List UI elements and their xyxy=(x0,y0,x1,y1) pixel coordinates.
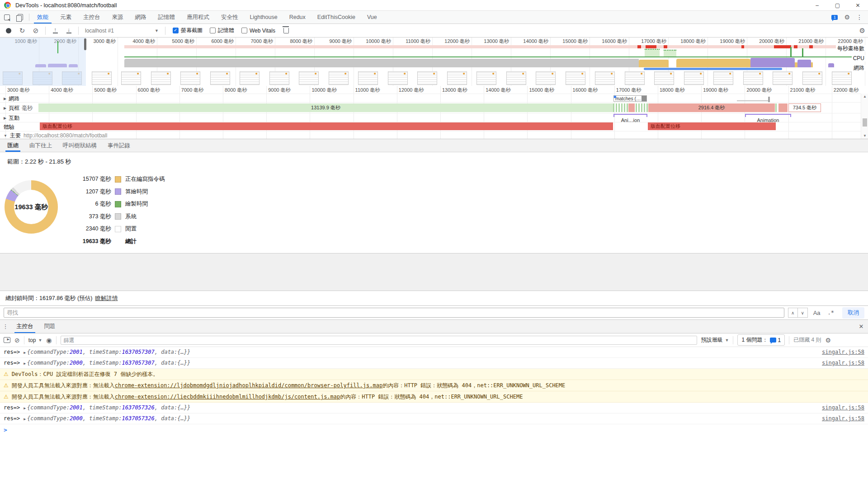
console-sidebar-icon[interactable] xyxy=(4,337,10,343)
screenshot-thumbnail[interactable] xyxy=(447,71,467,85)
console-warning-row[interactable]: ⚠開發人員工具無法載入來源對應：無法載入 chrome-extension://… xyxy=(0,391,868,403)
timeline-overview[interactable]: 1000 毫秒2000 毫秒3000 毫秒4000 毫秒5000 毫秒6000 … xyxy=(0,38,868,86)
console-filter-input[interactable] xyxy=(61,336,697,345)
drawer-tab-主控台[interactable]: 主控台 xyxy=(11,320,39,333)
console-prompt[interactable]: > xyxy=(0,424,868,436)
screenshot-thumbnail[interactable] xyxy=(240,71,259,85)
drawer-tab-問題[interactable]: 問題 xyxy=(39,320,61,333)
checkbox-Web Vitals[interactable]: Web Vitals xyxy=(241,28,275,34)
screenshot-thumbnail[interactable] xyxy=(654,71,674,85)
find-input[interactable] xyxy=(4,308,784,318)
tab-效能[interactable]: 效能 xyxy=(31,11,54,23)
tab-安全性[interactable]: 安全性 xyxy=(215,11,244,23)
screenshot-thumbnail[interactable] xyxy=(358,71,378,85)
track-experience[interactable]: 體驗 xyxy=(4,123,14,131)
expand-arrow-icon[interactable]: ▶ xyxy=(24,361,26,366)
detail-tab-匯總[interactable]: 匯總 xyxy=(2,139,24,152)
screenshot-thumbnail[interactable] xyxy=(299,71,319,85)
source-location-link[interactable]: singalr.js:58 xyxy=(822,404,864,411)
scroll-down-icon[interactable]: ▼ xyxy=(861,134,868,138)
context-selector[interactable]: top▼ xyxy=(28,337,42,343)
find-next-button[interactable]: ∨ xyxy=(798,308,808,318)
tab-Lighthouse[interactable]: Lighthouse xyxy=(244,11,283,23)
console-log-row[interactable]: res=>▶{commandType: 2000, timeStamp: 163… xyxy=(0,358,868,369)
source-map-link[interactable]: chrome-extension://ljdobmomdgdljniojadho… xyxy=(115,382,382,389)
tab-記憶體[interactable]: 記憶體 xyxy=(152,11,181,23)
learn-more-link[interactable]: 瞭解詳情 xyxy=(95,295,118,302)
layout-shift-bar[interactable]: 版面配置位移 xyxy=(648,122,776,130)
layout-shift-bar[interactable]: 版面配置位移 xyxy=(40,122,613,130)
detail-tab-事件記錄[interactable]: 事件記錄 xyxy=(102,139,136,152)
source-location-link[interactable]: singalr.js:58 xyxy=(822,360,864,366)
scrollbar-thumb[interactable] xyxy=(863,118,867,127)
checkbox-螢幕截圖[interactable]: 螢幕截圖 xyxy=(173,27,203,34)
screenshot-thumbnail[interactable] xyxy=(329,71,349,85)
long-frame-bar[interactable]: 2916.4 毫秒 xyxy=(648,103,775,112)
screenshot-thumbnail[interactable] xyxy=(743,71,763,85)
screenshot-thumbnail[interactable] xyxy=(713,71,733,85)
close-button[interactable]: ✕ xyxy=(848,0,868,10)
source-location-link[interactable]: singalr.js:58 xyxy=(822,415,864,422)
source-location-link[interactable]: singalr.js:58 xyxy=(822,349,864,355)
find-previous-button[interactable]: ∧ xyxy=(788,308,798,318)
reload-and-record-button[interactable]: ↻ xyxy=(16,25,28,36)
capture-settings-gear-icon[interactable]: ⚙ xyxy=(859,27,865,35)
save-profile-button[interactable]: ↓ xyxy=(63,25,75,36)
selection-handle[interactable] xyxy=(84,38,86,50)
screenshot-thumbnail[interactable] xyxy=(388,71,408,85)
source-map-link[interactable]: chrome-extension://liecbddmkiiihnedobmlm… xyxy=(115,394,340,400)
live-expression-eye-icon[interactable]: ◉ xyxy=(46,337,52,344)
drawer-menu-icon[interactable]: ⋮ xyxy=(0,320,11,333)
console-warning-row[interactable]: ⚠開發人員工具無法載入來源對應：無法載入 chrome-extension://… xyxy=(0,380,868,391)
track-frames[interactable]: ▶頁框毫秒 xyxy=(4,104,33,112)
tab-EditThisCookie[interactable]: EditThisCookie xyxy=(311,11,361,23)
network-request-bar[interactable] xyxy=(737,98,770,101)
track-main[interactable]: ▼ 主要 http://localhost:8080/match/footbal… xyxy=(4,131,107,139)
target-selector[interactable]: localhost #1 ▼ xyxy=(82,26,161,36)
tab-主控台[interactable]: 主控台 xyxy=(77,11,106,23)
frame-duration-label[interactable]: 734.5 毫秒 xyxy=(788,103,821,112)
interaction-span[interactable] xyxy=(613,114,647,117)
match-case-button[interactable]: Aa xyxy=(811,310,822,316)
tab-來源[interactable]: 來源 xyxy=(106,11,129,23)
checkbox-記憶體[interactable]: 記憶體 xyxy=(210,27,234,34)
cancel-button[interactable]: 取消 xyxy=(842,307,864,319)
vertical-scrollbar[interactable]: ▲ ▼ xyxy=(861,94,868,139)
screenshot-thumbnail[interactable] xyxy=(506,71,526,85)
screenshot-thumbnail[interactable] xyxy=(832,71,852,85)
minimize-button[interactable]: – xyxy=(807,0,827,10)
console-settings-gear-icon[interactable]: ⚙ xyxy=(826,337,831,344)
settings-gear-icon[interactable]: ⚙ xyxy=(844,14,850,21)
track-network[interactable]: ▶網路 xyxy=(4,95,19,103)
tab-Vue[interactable]: Vue xyxy=(361,11,383,23)
screenshot-thumbnail[interactable] xyxy=(802,71,822,85)
console-log-row[interactable]: res=>▶{commandType: 2001, timeStamp: 163… xyxy=(0,403,868,413)
expand-arrow-icon[interactable]: ▶ xyxy=(24,406,26,410)
tab-Redux[interactable]: Redux xyxy=(283,11,311,23)
detail-tab-由下往上[interactable]: 由下往上 xyxy=(24,139,57,152)
timeline-tracks[interactable]: 3000 毫秒4000 毫秒5000 毫秒6000 毫秒7000 毫秒8000 … xyxy=(0,86,868,139)
screenshot-thumbnail[interactable] xyxy=(625,71,645,85)
device-toolbar-button[interactable] xyxy=(14,11,27,23)
console-log-row[interactable]: res=>▶{commandType: 2000, timeStamp: 163… xyxy=(0,413,868,424)
screenshot-thumbnail[interactable] xyxy=(773,71,793,85)
screenshot-thumbnail[interactable] xyxy=(92,71,112,85)
scroll-up-icon[interactable]: ▲ xyxy=(861,94,868,99)
record-button[interactable] xyxy=(3,25,14,36)
screenshot-thumbnail[interactable] xyxy=(566,71,585,85)
maximize-button[interactable]: ▢ xyxy=(827,0,848,10)
interaction-span[interactable] xyxy=(745,114,791,117)
console-log-row[interactable]: res=>▶{commandType: 2001, timeStamp: 163… xyxy=(0,347,868,358)
track-interactions[interactable]: ▶互動 xyxy=(4,114,19,122)
load-profile-button[interactable]: ↑ xyxy=(49,25,61,36)
screenshot-thumbnail[interactable] xyxy=(536,71,556,85)
dropped-frame[interactable] xyxy=(628,103,635,112)
expand-arrow-icon[interactable]: ▶ xyxy=(24,351,26,355)
inspect-element-button[interactable] xyxy=(0,11,14,23)
detail-tab-呼叫樹狀結構[interactable]: 呼叫樹狀結構 xyxy=(57,139,102,152)
tab-網路[interactable]: 網路 xyxy=(129,11,152,23)
screenshot-thumbnail[interactable] xyxy=(151,71,171,85)
dropped-frame[interactable] xyxy=(778,103,788,112)
screenshot-thumbnail[interactable] xyxy=(210,71,230,85)
regex-button[interactable]: .* xyxy=(826,310,836,316)
